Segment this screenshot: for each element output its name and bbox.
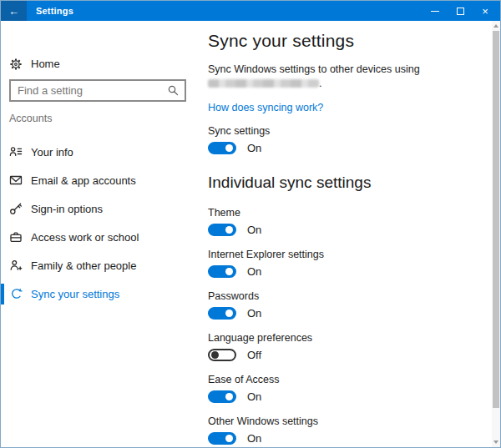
people-icon bbox=[9, 259, 23, 272]
back-arrow-icon: ← bbox=[8, 5, 19, 18]
language-preferences-toggle-group: Language preferences Off bbox=[208, 332, 312, 361]
key-icon bbox=[9, 202, 23, 215]
toggle-label: Ease of Access bbox=[208, 374, 279, 385]
scroll-down-arrow[interactable] bbox=[492, 437, 500, 447]
toggle-state-text: On bbox=[247, 224, 261, 236]
sidebar-item-label: Access work or school bbox=[31, 227, 139, 248]
redacted-email bbox=[208, 79, 319, 88]
toggle-label: Theme bbox=[208, 207, 261, 219]
sidebar-item-your-info[interactable]: Your info bbox=[1, 142, 195, 163]
other-windows-settings-toggle[interactable] bbox=[208, 432, 236, 445]
search-input[interactable] bbox=[11, 81, 159, 100]
toggle-label: Sync settings bbox=[208, 125, 270, 137]
page-title: Sync your settings bbox=[208, 31, 354, 51]
toggle-state-text: On bbox=[247, 265, 261, 278]
how-syncing-works-link[interactable]: How does syncing work? bbox=[208, 102, 323, 113]
sidebar-item-label: Your info bbox=[31, 142, 73, 163]
gear-icon bbox=[9, 58, 23, 71]
ease-of-access-toggle-group: Ease of Access On bbox=[208, 374, 279, 403]
search-box bbox=[9, 79, 186, 102]
toggle-label: Language preferences bbox=[208, 332, 312, 344]
toggle-state-text: On bbox=[247, 142, 261, 154]
toggle-state-text: Off bbox=[247, 349, 261, 361]
passwords-toggle[interactable] bbox=[208, 307, 236, 320]
sidebar-item-sign-in-options[interactable]: Sign-in options bbox=[1, 199, 195, 219]
sidebar-item-sync-settings[interactable]: Sync your settings bbox=[1, 284, 195, 305]
sync-icon bbox=[9, 287, 23, 300]
toggle-state-text: On bbox=[247, 432, 261, 445]
sidebar-item-label: Sync your settings bbox=[31, 284, 119, 305]
sidebar-section-accounts: Accounts bbox=[9, 113, 52, 124]
internet-explorer-toggle[interactable] bbox=[208, 265, 236, 278]
language-preferences-toggle[interactable] bbox=[208, 349, 236, 361]
main-content: Sync your settings Sync Windows settings… bbox=[208, 1, 488, 447]
description-period: . bbox=[319, 78, 321, 89]
search-icon[interactable] bbox=[167, 84, 180, 97]
sidebar-item-label: Family & other people bbox=[31, 255, 136, 276]
sidebar-item-home[interactable]: Home bbox=[1, 55, 195, 73]
back-button[interactable]: ← bbox=[1, 1, 27, 21]
sidebar-item-access-work-school[interactable]: Access work or school bbox=[1, 227, 195, 248]
toggle-label: Other Windows settings bbox=[208, 415, 318, 427]
theme-toggle-group: Theme On bbox=[208, 207, 261, 236]
toggle-knob bbox=[225, 393, 233, 400]
toggle-state-text: On bbox=[247, 307, 261, 320]
toggle-knob bbox=[225, 144, 233, 152]
theme-toggle[interactable] bbox=[208, 224, 236, 236]
vertical-scrollbar bbox=[492, 21, 500, 447]
sync-settings-toggle-group: Sync settings On bbox=[208, 125, 270, 154]
contact-card-icon bbox=[9, 145, 23, 159]
toggle-knob bbox=[225, 268, 233, 275]
toggle-knob bbox=[225, 310, 233, 317]
toggle-state-text: On bbox=[247, 390, 261, 403]
sidebar-item-label: Email & app accounts bbox=[31, 170, 136, 191]
sidebar-home-label: Home bbox=[31, 55, 60, 73]
window-title: Settings bbox=[36, 6, 73, 16]
sync-description: Sync Windows settings to other devices u… bbox=[208, 63, 483, 91]
toggle-knob bbox=[225, 435, 233, 442]
settings-window: ← Settings × Home bbox=[0, 0, 501, 448]
chevron-up-icon bbox=[493, 24, 498, 28]
email-icon bbox=[9, 174, 23, 187]
sidebar-item-label: Sign-in options bbox=[31, 199, 103, 219]
section-title: Individual sync settings bbox=[208, 174, 371, 192]
toggle-knob bbox=[225, 226, 233, 234]
internet-explorer-toggle-group: Internet Explorer settings On bbox=[208, 249, 324, 278]
sync-settings-toggle[interactable] bbox=[208, 142, 236, 154]
scroll-up-arrow[interactable] bbox=[492, 21, 500, 31]
toggle-knob bbox=[211, 351, 219, 359]
toggle-label: Passwords bbox=[208, 290, 261, 302]
sidebar-item-email-accounts[interactable]: Email & app accounts bbox=[1, 170, 195, 191]
ease-of-access-toggle[interactable] bbox=[208, 390, 236, 403]
passwords-toggle-group: Passwords On bbox=[208, 290, 261, 320]
scrollbar-thumb[interactable] bbox=[493, 31, 499, 408]
briefcase-icon bbox=[9, 230, 23, 244]
chevron-down-icon bbox=[493, 440, 498, 444]
sidebar: Home Accounts Your info bbox=[1, 21, 201, 447]
toggle-label: Internet Explorer settings bbox=[208, 249, 324, 260]
other-windows-settings-toggle-group: Other Windows settings On bbox=[208, 415, 318, 445]
sidebar-item-family-people[interactable]: Family & other people bbox=[1, 255, 195, 276]
